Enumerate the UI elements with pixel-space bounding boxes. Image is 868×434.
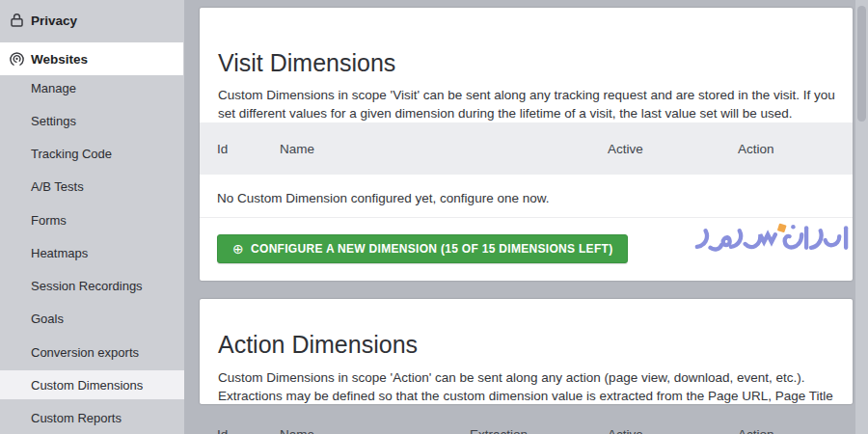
action-dimensions-card: Action Dimensions Custom Dimensions in s…	[200, 299, 853, 404]
sidebar-item-settings[interactable]: Settings	[0, 104, 184, 137]
sidebar-item-label: Session Recordings	[31, 279, 143, 293]
visit-dimensions-title: Visit Dimensions	[218, 50, 395, 76]
column-header-action: Action	[738, 142, 774, 156]
vertical-scrollbar[interactable]	[855, 0, 868, 434]
sidebar-item-label: Custom Reports	[31, 411, 122, 425]
visit-table-header: Id Name Active Action	[200, 122, 853, 175]
sidebar-item-forms[interactable]: Forms	[0, 203, 184, 236]
sidebar-item-label: Heatmaps	[31, 246, 88, 260]
sidebar-item-session-recordings[interactable]: Session Recordings	[0, 269, 184, 302]
sidebar-item-label: Privacy	[31, 14, 77, 28]
sidebar-item-label: Settings	[31, 114, 76, 128]
sidebar-item-ab-tests[interactable]: A/B Tests	[0, 170, 184, 203]
visit-dimensions-description: Custom Dimensions in scope 'Visit' can b…	[218, 86, 843, 123]
column-header-id: Id	[217, 142, 228, 156]
column-header-action: Action	[738, 427, 774, 434]
sidebar-item-conversion-exports[interactable]: Conversion exports	[0, 336, 184, 368]
action-dimensions-description: Custom Dimensions in scope 'Action' can …	[218, 368, 843, 405]
sidebar-item-label: Manage	[31, 81, 76, 95]
sidebar-item-heatmaps[interactable]: Heatmaps	[0, 236, 184, 269]
sidebar-item-label: Tracking Code	[31, 147, 112, 161]
configure-button-label: CONFIGURE A NEW DIMENSION (15 OF 15 DIME…	[251, 242, 612, 256]
sidebar-item-label: Forms	[31, 213, 67, 228]
column-header-name: Name	[280, 427, 314, 434]
lock-icon	[9, 13, 25, 29]
sidebar-item-label: Conversion exports	[31, 345, 139, 360]
configure-new-dimension-button[interactable]: ⊕ CONFIGURE A NEW DIMENSION (15 OF 15 DI…	[217, 234, 628, 263]
action-dimensions-title: Action Dimensions	[218, 332, 418, 358]
column-header-name: Name	[280, 142, 314, 156]
action-table-header-cutoff: Id Name Extraction Active Action	[200, 425, 853, 434]
column-header-active: Active	[608, 142, 643, 156]
sidebar-item-privacy[interactable]: Privacy	[0, 4, 184, 37]
sidebar-item-tracking-code[interactable]: Tracking Code	[0, 137, 184, 170]
column-header-active: Active	[608, 427, 643, 434]
column-header-extraction: Extraction	[470, 427, 528, 434]
sidebar-item-websites[interactable]: Websites	[0, 42, 183, 75]
sidebar-item-label: A/B Tests	[31, 179, 84, 194]
column-header-id: Id	[217, 427, 228, 434]
websites-antenna-icon	[9, 51, 25, 68]
sidebar-item-goals[interactable]: Goals	[0, 302, 184, 335]
custom-dimensions-page: Privacy Websites Manage Settings Trackin…	[0, 0, 868, 434]
sidebar-item-label: Websites	[31, 52, 88, 67]
empty-state-message: No Custom Dimension configured yet, conf…	[217, 191, 549, 205]
scrollbar-thumb[interactable]	[857, 6, 866, 122]
row-divider	[200, 217, 853, 218]
sidebar-item-manage[interactable]: Manage	[0, 71, 184, 104]
visit-dimensions-card: Visit Dimensions Custom Dimensions in sc…	[200, 8, 853, 281]
plus-circle-icon: ⊕	[232, 242, 244, 256]
sidebar-item-custom-reports[interactable]: Custom Reports	[0, 401, 184, 434]
sidebar: Privacy Websites Manage Settings Trackin…	[0, 0, 184, 434]
sidebar-item-label: Goals	[31, 312, 64, 326]
sidebar-item-label: Custom Dimensions	[31, 378, 143, 393]
sidebar-item-custom-dimensions[interactable]: Custom Dimensions	[0, 370, 184, 399]
